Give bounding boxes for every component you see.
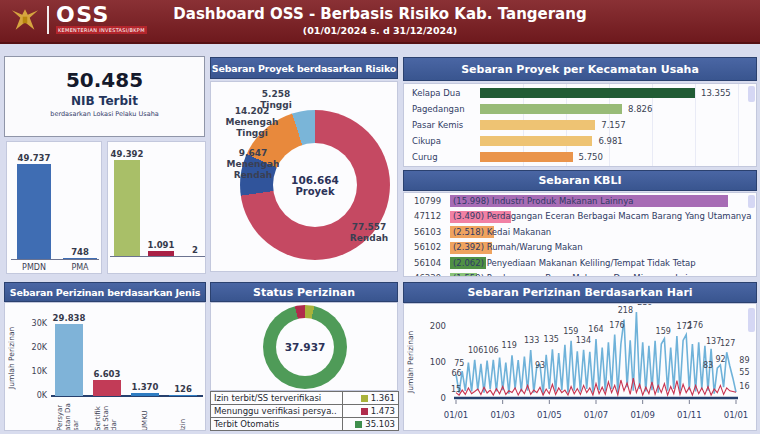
point-label: 134: [576, 336, 591, 345]
callout-menengah-rendah-value: 9.647: [211, 148, 295, 159]
bar-Curug[interactable]: [480, 152, 573, 162]
bar-value-label: 126: [159, 384, 206, 394]
y-tick-label: 200: [420, 321, 446, 331]
nib-summary-card: 50.485 NIB Terbit berdasarkan Lokasi Pel…: [4, 56, 205, 137]
status-legend: Izin terbit/SS terverifikasi 1.361 Menun…: [210, 391, 399, 431]
callout-menengah-tinggi-label: Menengah Tinggi: [211, 117, 293, 139]
chart-jenis-panel: Jumlah Perizinan 30K20K10K0K29.838Persya…: [4, 302, 206, 431]
point-label: 89: [739, 356, 749, 365]
page-subtitle: (01/01/2024 s. d 31/12/2024): [0, 25, 760, 36]
point-label: 137: [706, 337, 721, 346]
scrollbar-thumb[interactable]: [748, 195, 755, 208]
kbli-code: 56103: [414, 227, 441, 237]
point-label: 75: [454, 359, 464, 368]
y-tick-label: 100: [420, 357, 446, 367]
x-axis: [110, 256, 205, 257]
point-label: 159: [563, 327, 578, 336]
point-label: 176: [688, 321, 703, 330]
chart-risiko-panel: 106.664 Proyek 5.258 Tinggi 14.202 Menen…: [210, 81, 398, 272]
bar-Izin[interactable]: [169, 395, 197, 396]
page-title: Dashboard OSS - Berbasis Risiko Kab. Tan…: [0, 5, 760, 23]
scrollbar-thumb[interactable]: [748, 86, 755, 102]
y-tick-label: 30K: [23, 319, 47, 328]
legend-value: 1.473: [371, 406, 395, 416]
bar-category-label: Sertifik at Stan dar: [94, 400, 118, 431]
panel-title-hari: Sebaran Perizinan Berdasarkan Hari: [403, 282, 757, 303]
point-label: 83: [703, 361, 713, 370]
callout-menengah-tinggi-value: 14.202: [211, 106, 293, 117]
callout-menengah-rendah: 9.647 Menengah Rendah: [211, 148, 295, 181]
point-label: 106: [468, 346, 483, 355]
callout-rendah: 77.557 Rendah: [341, 222, 397, 244]
kbli-code: 56104: [414, 258, 441, 268]
bar-PMA[interactable]: [63, 258, 97, 259]
kbli-row-text: (2.518) Kedai Makanan: [453, 227, 551, 237]
bar-value-label: 748: [56, 247, 102, 257]
kbli-row-text: (15.998) Industri Produk Makanan Lainnya: [453, 196, 634, 206]
legend-label: Izin terbit/SS terverifikasi: [211, 392, 343, 405]
point-label: 133: [524, 336, 539, 345]
bar-Persyaratan Dasar[interactable]: [55, 324, 83, 396]
kbli-row-text: (2.062) Penyediaan Makanan Keliling/Temp…: [453, 258, 696, 268]
chart-penanaman-modal: 49.737PMDN748PMA: [6, 141, 102, 274]
point-label: 176: [609, 321, 624, 330]
legend-value: 1.361: [371, 393, 395, 403]
chart-hari-panel: Jumlah Perizinan 200100001/0101/0301/050…: [403, 303, 757, 431]
point-label: 119: [502, 341, 517, 350]
point-label: 127: [720, 339, 735, 348]
y-tick-label: 0: [420, 393, 446, 403]
bar-Sertifikat Standar[interactable]: [93, 380, 121, 396]
panel-title-kbli: Sebaran KBLI: [403, 170, 757, 191]
legend-swatch-icon: [355, 421, 362, 428]
legend-swatch-icon: [361, 408, 368, 415]
chart-status-panel: 37.937: [210, 302, 398, 391]
kbli-code: 56102: [414, 242, 441, 252]
chart-kbli-panel: 10799(15.998) Industri Produk Makanan La…: [403, 192, 757, 277]
bar-category-label: PMA: [56, 263, 102, 272]
chart-kecamatan-panel: Kelapa Dua13.355Pagedangan8.826Pasar Kem…: [403, 83, 757, 167]
point-label: 159: [656, 327, 671, 336]
bar-Kelapa Dua[interactable]: [480, 88, 695, 98]
bar-Cikupa[interactable]: [480, 136, 592, 146]
callout-menengah-tinggi: 14.202 Menengah Tinggi: [211, 106, 293, 139]
legend-value: 35.103: [365, 419, 395, 429]
jenis-y-axis-label: Jumlah Perizinan: [8, 325, 16, 389]
bar-category-label: Null: [191, 260, 199, 274]
kbli-row-text: (1.559) Perdagangan Besar Makanan Dan Mi…: [453, 273, 709, 277]
bar-UMKU[interactable]: [131, 393, 159, 396]
bar-Pagedangan[interactable]: [480, 104, 622, 114]
kbli-row-text: (2.392) Rumah/Warung Makan: [453, 242, 583, 252]
row-label: Pasar Kemis: [412, 120, 463, 130]
legend-row[interactable]: Terbit Otomatis 35.103: [211, 418, 399, 431]
nib-label: NIB Terbit: [5, 94, 204, 108]
panel-title-jenis: Sebaran Perizinan berdasarkan Jenis: [4, 282, 206, 302]
status-total: 37.937: [285, 341, 326, 353]
legend-swatch-icon: [361, 395, 368, 402]
nib-total-value: 50.485: [5, 68, 204, 92]
bar-value-label: 49.392: [107, 149, 151, 159]
legend-label: Terbit Otomatis: [211, 418, 343, 431]
legend-label: Menunggu verifikasi persya..: [211, 405, 343, 418]
bar-value-label: 7.157: [601, 120, 625, 130]
gridline: [738, 84, 739, 167]
y-tick-label: 20K: [23, 343, 47, 352]
kbli-row-text: (3.490) Perdagangan Eceran Berbagai Maca…: [453, 211, 753, 221]
callout-menengah-rendah-label: Menengah Rendah: [211, 159, 295, 181]
legend-row[interactable]: Izin terbit/SS terverifikasi 1.361: [211, 392, 399, 405]
point-label: 55: [739, 368, 749, 377]
nib-sublabel: berdasarkan Lokasi Pelaku Usaha: [5, 110, 204, 118]
status-donut-center: 37.937: [276, 318, 334, 376]
bar-value-label: 29.838: [45, 313, 93, 323]
kbli-code: 46339: [414, 273, 441, 277]
panel-title-status: Status Perizinan: [210, 282, 398, 302]
bar-value-label: 49.737: [10, 153, 58, 163]
hari-line-plot[interactable]: 7566151061061191339313515913416417621823…: [452, 304, 754, 422]
kbli-code: 10799: [414, 196, 441, 206]
bar-PMDN[interactable]: [17, 164, 51, 259]
bar-category-label: U.: [123, 260, 131, 274]
legend-row[interactable]: Menunggu verifikasi persya.. 1.473: [211, 405, 399, 418]
row-label: Cikupa: [412, 136, 441, 146]
callout-tinggi-value: 5.258: [241, 89, 311, 100]
bar-value-label: 8.826: [628, 104, 652, 114]
bar-Pasar Kemis[interactable]: [480, 120, 595, 130]
